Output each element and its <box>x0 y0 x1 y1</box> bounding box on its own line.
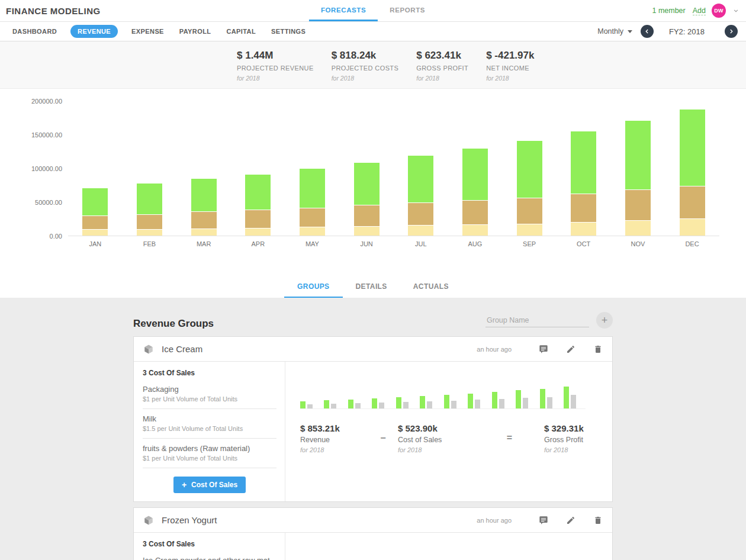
summary-value: $ 523.90k <box>398 423 475 433</box>
mini-bar-cost-of-sales <box>331 404 336 408</box>
tab-groups[interactable]: GROUPS <box>284 275 342 298</box>
stacked-bar-plot: JANFEBMARAPRMAYJUNJULAUGSEPOCTNOVDEC <box>68 101 719 236</box>
tab-forecasts[interactable]: FORECASTS <box>309 0 378 21</box>
x-axis-label: NOV <box>611 240 665 247</box>
mini-bar-pair <box>516 390 528 408</box>
bar-segment-frozen-yogurt <box>300 208 325 227</box>
mini-bar-revenue <box>396 397 401 408</box>
mini-bar-cost-of-sales <box>379 403 384 408</box>
x-axis-label: JUL <box>394 240 448 247</box>
edit-icon[interactable] <box>566 345 575 354</box>
mini-bar-revenue <box>324 400 329 408</box>
chart-bar-group: APR <box>231 101 285 236</box>
chart-bar-group: AUG <box>448 101 502 236</box>
group-summary: $ 853.21k Revenue for 2018 − $ 523.90k C… <box>300 423 586 465</box>
bar-segment-frozen-yogurt <box>191 211 217 228</box>
delete-icon[interactable] <box>593 345 603 354</box>
bar-segment-other-group <box>245 228 271 236</box>
kpi-sub: for 2018 <box>237 75 314 82</box>
chart-bar-group: SEP <box>503 101 557 236</box>
cost-of-sales-count: 3 Cost Of Sales <box>143 540 276 548</box>
stacked-bar <box>300 169 325 236</box>
group-name-input[interactable] <box>485 314 589 327</box>
kpi-sub: for 2018 <box>416 75 468 82</box>
chart-bar-group: MAR <box>177 101 231 236</box>
bar-segment-other-group <box>191 228 217 236</box>
summary-gross-profit: $ 329.31k Gross Profit for 2018 <box>544 423 586 453</box>
prev-year-button[interactable] <box>641 25 654 38</box>
comment-icon[interactable] <box>539 345 548 354</box>
cos-item-packaging[interactable]: Packaging $1 per Unit Volume of Total Un… <box>143 379 276 409</box>
bar-segment-ice-cream <box>680 110 705 186</box>
summary-sub: for 2018 <box>544 446 586 453</box>
nav-item-revenue[interactable]: REVENUE <box>70 25 118 38</box>
summary-value: $ 329.31k <box>544 423 586 433</box>
last-updated: an hour ago <box>477 346 512 353</box>
group-name: Frozen Yogurt <box>162 515 217 525</box>
nav-item-capital[interactable]: CAPITAL <box>218 25 263 38</box>
cos-item-ice-cream-powder[interactable]: Ice Cream powder and other raw mat... $1… <box>143 551 276 560</box>
add-group-button[interactable]: + <box>596 312 613 329</box>
avatar[interactable]: DW <box>712 4 726 18</box>
cos-item-milk[interactable]: Milk $1.5 per Unit Volume of Total Units <box>143 409 276 439</box>
nav-item-settings[interactable]: SETTINGS <box>263 25 313 38</box>
nav-bar-right: Monthly FY2: 2018 <box>597 25 741 38</box>
kpi-value: $ 623.41k <box>416 50 468 62</box>
tab-actuals[interactable]: ACTUALS <box>400 275 462 298</box>
kpi-value: $ 818.24k <box>332 50 399 62</box>
y-axis-tick: 50000.00 <box>18 198 62 207</box>
ice-cream-mini-chart <box>300 375 586 409</box>
mini-bar-pair <box>396 397 409 408</box>
mini-bar-pair <box>372 398 384 408</box>
finance-modeling-app: FINANCE MODELING FORECASTS REPORTS 1 mem… <box>0 0 746 560</box>
comment-icon[interactable] <box>539 516 548 525</box>
period-select[interactable]: Monthly <box>597 27 632 36</box>
bar-segment-ice-cream <box>300 169 325 208</box>
nav-item-expense[interactable]: EXPENSE <box>124 25 172 38</box>
summary-cost-of-sales: $ 523.90k Cost of Sales for 2018 <box>398 423 475 453</box>
summary-sub: for 2018 <box>398 446 475 453</box>
group-card-ice-cream: Ice Cream an hour ago 3 Cost Of Sa <box>133 336 613 502</box>
bar-segment-other-group <box>137 229 162 236</box>
minus-operator: − <box>368 433 398 443</box>
cube-icon <box>143 344 154 355</box>
x-axis-label: FEB <box>123 240 176 247</box>
x-axis-label: JUN <box>340 240 394 247</box>
mini-bar-pair <box>564 387 576 408</box>
add-cost-of-sales-button[interactable]: + Cost Of Sales <box>173 477 246 493</box>
bar-segment-other-group <box>462 224 488 236</box>
group-chart-and-summary <box>285 533 612 560</box>
group-chart-and-summary: $ 853.21k Revenue for 2018 − $ 523.90k C… <box>285 362 612 501</box>
group-name: Ice Cream <box>162 344 202 354</box>
member-count: 1 member <box>652 7 685 15</box>
stacked-bar <box>354 163 380 236</box>
chevron-right-icon <box>727 27 735 36</box>
bar-segment-frozen-yogurt <box>82 215 108 229</box>
nav-item-payroll[interactable]: PAYROLL <box>172 25 219 38</box>
delete-icon[interactable] <box>593 516 603 525</box>
tab-details[interactable]: DETAILS <box>343 275 400 298</box>
chart-bar-group: NOV <box>611 101 665 236</box>
stacked-bar <box>625 121 651 236</box>
add-member-link[interactable]: Add <box>693 7 706 15</box>
bar-segment-other-group <box>408 225 433 236</box>
mini-bar-cost-of-sales <box>307 404 313 408</box>
cos-item-fruits-powders[interactable]: fruits & powders (Raw material) $1 per U… <box>143 439 276 468</box>
chart-bar-group: DEC <box>665 101 719 236</box>
bar-segment-other-group <box>517 224 542 236</box>
mini-bar-pair <box>324 400 336 408</box>
kpi-strip: $ 1.44M PROJECTED REVENUE for 2018 $ 818… <box>0 41 746 89</box>
summary-revenue: $ 853.21k Revenue for 2018 <box>300 423 368 453</box>
next-year-button[interactable] <box>725 25 738 38</box>
bar-segment-ice-cream <box>625 121 651 189</box>
chart-bar-group: JUL <box>394 101 448 236</box>
kpi-projected-revenue: $ 1.44M PROJECTED REVENUE for 2018 <box>237 50 314 88</box>
edit-icon[interactable] <box>566 516 575 525</box>
section-title: Revenue Groups <box>133 318 214 331</box>
chevron-down-icon[interactable] <box>732 7 740 15</box>
x-axis-label: AUG <box>448 240 502 247</box>
tab-reports[interactable]: REPORTS <box>378 0 437 21</box>
card-actions: an hour ago <box>477 345 603 354</box>
x-axis-label: APR <box>231 240 285 247</box>
nav-item-dashboard[interactable]: DASHBOARD <box>5 25 65 38</box>
